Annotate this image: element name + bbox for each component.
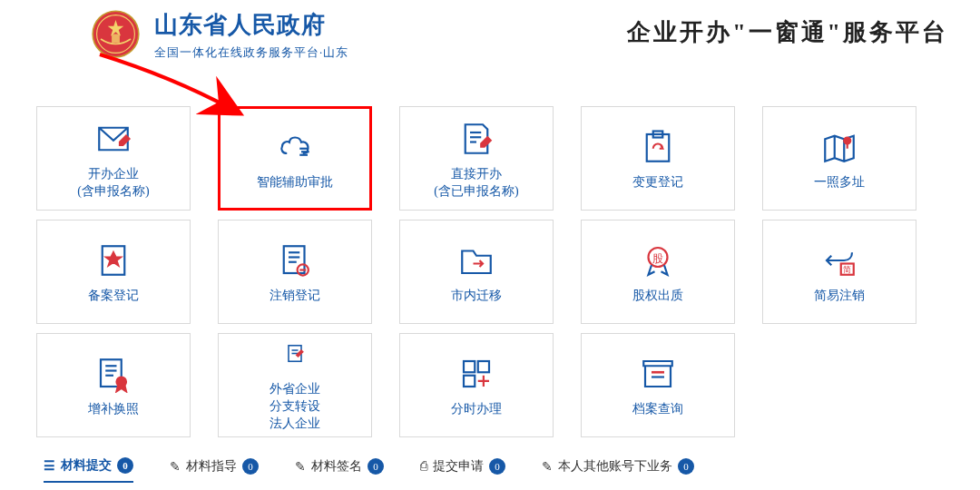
card-label: 开办企业(含申报名称) xyxy=(77,166,149,201)
mail-edit-icon xyxy=(94,117,132,161)
certificate-icon xyxy=(94,352,132,396)
card-city-transfer[interactable]: 市内迁移 xyxy=(399,220,554,324)
card-renew-license[interactable]: 增补换照 xyxy=(36,333,191,437)
card-label: 备案登记 xyxy=(88,288,139,305)
card-label: 一照多址 xyxy=(814,174,865,191)
tab-label: 材料指导 xyxy=(186,458,237,475)
svg-rect-3 xyxy=(112,34,120,44)
card-label: 直接开办(含已申报名称) xyxy=(434,166,518,201)
count-badge: 0 xyxy=(489,458,505,475)
svg-text:股: 股 xyxy=(652,252,663,265)
back-simple-icon: 简 xyxy=(820,239,858,282)
card-archive-query[interactable]: 档案查询 xyxy=(581,333,735,437)
tab-label: 本人其他账号下业务 xyxy=(558,458,672,475)
site-title: 山东省人民政府 xyxy=(154,9,348,41)
card-label: 注销登记 xyxy=(270,288,320,305)
tab-label: 提交申请 xyxy=(433,458,484,475)
count-badge: 0 xyxy=(368,458,384,475)
svg-rect-34 xyxy=(478,361,489,372)
card-one-license[interactable]: 一照多址 xyxy=(762,106,916,211)
card-cancel-register[interactable]: 注销登记 xyxy=(218,220,372,324)
grid-plus-icon xyxy=(457,352,495,396)
svg-rect-35 xyxy=(464,376,475,387)
cloud-icon xyxy=(276,125,314,169)
card-label: 分时办理 xyxy=(451,401,502,418)
tab-material-sign[interactable]: ✎ 材料签名 0 xyxy=(295,458,384,482)
count-badge: 0 xyxy=(242,458,259,475)
edit-icon: ✎ xyxy=(170,459,181,475)
svg-marker-14 xyxy=(106,252,121,265)
national-emblem-icon xyxy=(91,9,141,59)
card-record-register[interactable]: 备案登记 xyxy=(36,220,191,324)
card-label: 变更登记 xyxy=(632,174,683,191)
list-icon: ☰ xyxy=(44,458,55,474)
header-text: 山东省人民政府 全国一体化在线政务服务平台·山东 xyxy=(154,9,348,61)
tab-material-guide[interactable]: ✎ 材料指导 0 xyxy=(170,458,259,482)
card-label: 股权出质 xyxy=(632,288,683,305)
count-badge: 0 xyxy=(117,457,133,474)
document-small-icon xyxy=(276,338,314,376)
svg-text:简: 简 xyxy=(843,265,851,274)
document-minus-icon xyxy=(276,239,314,282)
briefcase-icon: ⎙ xyxy=(420,459,427,474)
archive-icon xyxy=(639,352,677,396)
tab-label: 材料签名 xyxy=(311,458,362,475)
document-edit-icon xyxy=(457,117,495,161)
card-direct-open[interactable]: 直接开办(含已申报名称) xyxy=(399,106,554,211)
card-branch-convert[interactable]: 外省企业分支转设法人企业 xyxy=(218,333,372,437)
card-equity-pledge[interactable]: 股 股权出质 xyxy=(581,220,735,324)
tab-submit-apply[interactable]: ⎙ 提交申请 0 xyxy=(420,458,505,482)
card-time-handle[interactable]: 分时办理 xyxy=(399,333,554,437)
map-pin-icon xyxy=(820,125,858,169)
slogan: 企业开办"一窗通"服务平台 xyxy=(627,16,948,48)
svg-point-12 xyxy=(844,138,850,144)
card-label: 智能辅助审批 xyxy=(257,174,333,191)
card-simple-cancel[interactable]: 简 简易注销 xyxy=(762,220,916,324)
service-grid: 开办企业(含申报名称) 智能辅助审批 直接开办(含已申报名称) xyxy=(0,106,980,437)
count-badge: 0 xyxy=(678,458,694,475)
card-label: 增补换照 xyxy=(88,401,139,418)
edit-icon: ✎ xyxy=(542,459,553,475)
badge-star-icon xyxy=(94,239,132,282)
card-change-register[interactable]: 变更登记 xyxy=(581,106,735,211)
svg-rect-33 xyxy=(464,361,475,372)
card-label: 档案查询 xyxy=(632,401,683,418)
card-label: 市内迁移 xyxy=(451,288,502,305)
tab-material-submit[interactable]: ☰ 材料提交 0 xyxy=(44,457,133,483)
clipboard-refresh-icon xyxy=(639,125,677,169)
site-subtitle: 全国一体化在线政务服务平台·山东 xyxy=(154,44,348,61)
card-label: 简易注销 xyxy=(814,288,865,305)
tab-bar: ☰ 材料提交 0 ✎ 材料指导 0 ✎ 材料签名 0 ⎙ 提交申请 0 ✎ 本人… xyxy=(0,437,980,490)
tab-other-account[interactable]: ✎ 本人其他账号下业务 0 xyxy=(542,458,694,482)
edit-icon: ✎ xyxy=(295,459,306,475)
stock-seal-icon: 股 xyxy=(639,239,677,282)
card-label: 外省企业分支转设法人企业 xyxy=(270,381,320,433)
folder-arrow-icon xyxy=(457,239,495,282)
tab-label: 材料提交 xyxy=(61,457,112,474)
card-smart-approval[interactable]: 智能辅助审批 xyxy=(218,106,372,211)
card-start-business[interactable]: 开办企业(含申报名称) xyxy=(36,106,191,211)
